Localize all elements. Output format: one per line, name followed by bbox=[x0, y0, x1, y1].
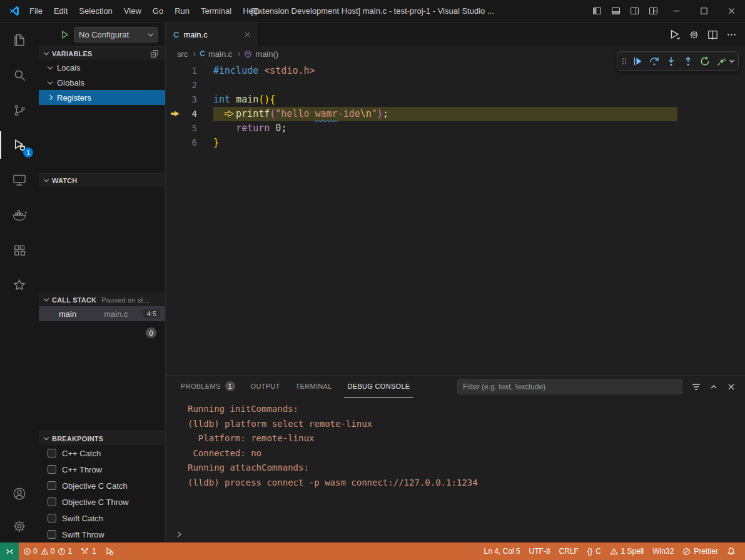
breakpoints-section-header[interactable]: BREAKPOINTS bbox=[39, 431, 165, 445]
panel-tab-output[interactable]: OUTPUT bbox=[247, 376, 284, 398]
menu-file[interactable]: File bbox=[24, 0, 48, 22]
activity-bottom bbox=[0, 478, 39, 542]
console-prompt-icon[interactable] bbox=[175, 531, 183, 538]
menu-help[interactable]: Help bbox=[237, 0, 265, 22]
continue-button[interactable] bbox=[629, 52, 646, 69]
menu-go[interactable]: Go bbox=[147, 0, 169, 22]
status-prettier[interactable]: Prettier bbox=[678, 542, 722, 560]
watch-section-header[interactable]: WATCH bbox=[39, 173, 165, 187]
close-button[interactable] bbox=[717, 0, 745, 22]
breakpoint-checkbox[interactable] bbox=[48, 514, 56, 522]
toggle-panel-icon[interactable] bbox=[606, 0, 625, 22]
breakpoint-checkbox[interactable] bbox=[48, 465, 56, 474]
menu-edit[interactable]: Edit bbox=[48, 0, 73, 22]
run-file-button[interactable] bbox=[666, 26, 684, 43]
code-text: #include <stdio.h> bbox=[213, 64, 315, 78]
breakpoint-checkbox[interactable] bbox=[48, 530, 56, 539]
breakpoint-label: Objective C Catch bbox=[62, 481, 128, 491]
menu-selection[interactable]: Selection bbox=[73, 0, 118, 22]
step-over-button[interactable] bbox=[646, 52, 662, 69]
variables-item-globals[interactable]: Globals bbox=[39, 75, 165, 90]
breakpoint-objective-c-throw[interactable]: Objective C Throw bbox=[39, 494, 165, 510]
breadcrumb-symbol[interactable]: main() bbox=[255, 49, 278, 59]
activity-settings-icon[interactable] bbox=[0, 510, 39, 542]
debug-status[interactable] bbox=[101, 542, 118, 560]
breakpoint-objective-c-catch[interactable]: Objective C Catch bbox=[39, 478, 165, 494]
code-line-3: 3int main(){ bbox=[166, 92, 745, 107]
activity-docker-icon[interactable] bbox=[0, 198, 39, 232]
menu-view[interactable]: View bbox=[118, 0, 147, 22]
panel-actions bbox=[689, 379, 739, 394]
activity-account-icon[interactable] bbox=[0, 478, 39, 510]
status-language-mode[interactable]: {}C bbox=[583, 542, 606, 560]
debug-console-output[interactable]: Running initCommands:(lldb) platform sel… bbox=[166, 398, 745, 542]
toggle-sidebar-icon[interactable] bbox=[587, 0, 606, 22]
editor-actions bbox=[666, 22, 745, 46]
breakpoint-checkbox[interactable] bbox=[48, 498, 56, 506]
stack-frame-row[interactable]: main main.c 4:5 bbox=[39, 306, 165, 321]
breakpoint-checkbox[interactable] bbox=[48, 481, 56, 490]
menu-terminal[interactable]: Terminal bbox=[195, 0, 237, 22]
maximize-panel-icon[interactable] bbox=[706, 379, 721, 394]
split-editor-button[interactable] bbox=[704, 26, 721, 43]
customize-layout-icon[interactable] bbox=[644, 0, 662, 22]
filter-lines-icon[interactable] bbox=[689, 379, 704, 394]
step-into-button[interactable] bbox=[662, 52, 679, 69]
close-panel-icon[interactable] bbox=[724, 379, 739, 394]
line-number: 5 bbox=[183, 121, 197, 136]
maximize-button[interactable] bbox=[690, 0, 717, 22]
status-notifications[interactable] bbox=[722, 542, 740, 560]
status-encoding[interactable]: UTF-8 bbox=[525, 542, 555, 560]
more-actions-button[interactable] bbox=[722, 26, 740, 43]
problems-status[interactable]: 0 0 1 bbox=[19, 542, 76, 560]
breakpoint-c-catch[interactable]: C++ Catch bbox=[39, 445, 165, 461]
breakpoint-checkbox[interactable] bbox=[48, 449, 56, 458]
tab-main-c[interactable]: C main.c bbox=[166, 22, 257, 46]
breadcrumb-file[interactable]: main.c bbox=[208, 49, 232, 59]
console-line: Running initCommands: bbox=[188, 402, 745, 417]
status-cursor-position[interactable]: Ln 4, Col 5 bbox=[480, 542, 525, 560]
line-number: 4 bbox=[183, 107, 197, 121]
remote-indicator[interactable] bbox=[0, 542, 19, 560]
status-eol[interactable]: CRLF bbox=[555, 542, 583, 560]
tools-status[interactable]: 1 bbox=[76, 542, 101, 560]
variables-item-registers[interactable]: Registers bbox=[39, 90, 165, 105]
variables-section-header[interactable]: VARIABLES bbox=[39, 46, 165, 60]
menu-run[interactable]: Run bbox=[169, 0, 195, 22]
breakpoint-c-throw[interactable]: C++ Throw bbox=[39, 461, 165, 478]
activity-explorer-icon[interactable] bbox=[0, 22, 39, 58]
activity-remote-explorer-icon[interactable] bbox=[0, 162, 39, 198]
breakpoint-label: Objective C Throw bbox=[62, 498, 129, 507]
toggle-secondary-sidebar-icon[interactable] bbox=[625, 0, 644, 22]
breadcrumb-folder[interactable]: src bbox=[177, 49, 188, 59]
activity-source-control-icon[interactable] bbox=[0, 92, 39, 128]
status-spell-status[interactable]: 1 Spell bbox=[606, 542, 649, 560]
toolchain-settings-button[interactable] bbox=[685, 26, 702, 43]
panel-tab-terminal[interactable]: TERMINAL bbox=[292, 376, 336, 398]
status-platform[interactable]: Win32 bbox=[648, 542, 678, 560]
step-out-button[interactable] bbox=[679, 52, 696, 69]
minimize-button[interactable] bbox=[662, 0, 690, 22]
restart-button[interactable] bbox=[696, 52, 713, 69]
activity-run-debug-icon[interactable]: 1 bbox=[0, 128, 39, 162]
code-editor[interactable]: 1#include <stdio.h>23int main(){4 printf… bbox=[166, 61, 745, 375]
drag-grip-button[interactable] bbox=[619, 52, 629, 69]
start-debug-icon[interactable] bbox=[60, 30, 69, 39]
panel-tab-problems[interactable]: PROBLEMS1 bbox=[177, 376, 239, 398]
console-filter-input[interactable] bbox=[457, 379, 682, 394]
debug-config-dropdown[interactable]: No Configurat bbox=[74, 27, 158, 42]
variables-body: LocalsGlobalsRegisters bbox=[39, 60, 165, 173]
call-stack-section-header[interactable]: CALL STACK Paused on st... bbox=[39, 292, 165, 306]
breakpoint-swift-catch[interactable]: Swift Catch bbox=[39, 510, 165, 526]
session-chevron-button[interactable] bbox=[727, 52, 736, 69]
variables-item-locals[interactable]: Locals bbox=[39, 60, 165, 75]
collapse-all-icon[interactable] bbox=[150, 49, 159, 58]
activity-search-icon[interactable] bbox=[0, 58, 39, 92]
breakpoint-swift-throw[interactable]: Swift Throw bbox=[39, 526, 165, 542]
watch-body bbox=[39, 187, 165, 292]
activity-extensions-icon[interactable] bbox=[0, 232, 39, 268]
tab-close-icon[interactable] bbox=[243, 31, 251, 39]
debug-alt-icon bbox=[105, 547, 114, 556]
panel-tab-debug-console[interactable]: DEBUG CONSOLE bbox=[344, 376, 414, 398]
activity-wamr-ide-icon[interactable] bbox=[0, 268, 39, 302]
